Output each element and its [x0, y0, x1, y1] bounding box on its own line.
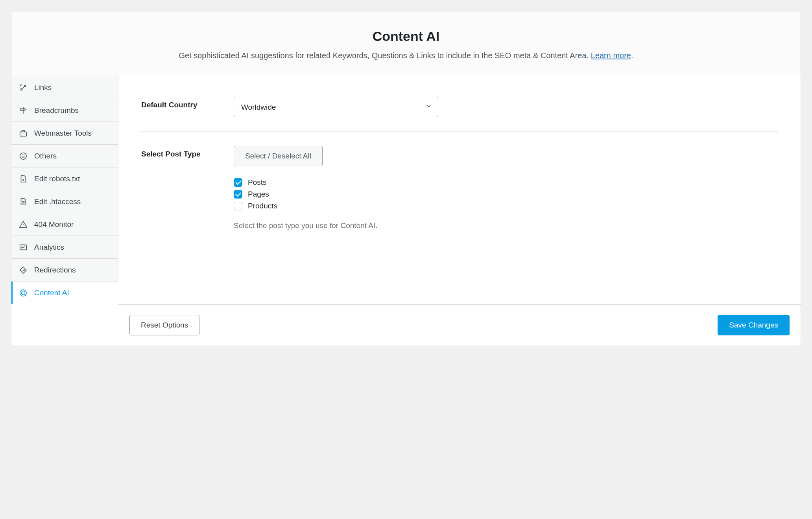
check-item-pages[interactable]: Pages [234, 190, 778, 199]
checkbox-label: Pages [248, 190, 269, 199]
checkbox-products[interactable] [234, 202, 242, 210]
page-description: Get sophisticated AI suggestions for rel… [27, 51, 785, 60]
sidebar-item-others[interactable]: Others [11, 145, 118, 167]
sidebar-item-webmaster-tools[interactable]: Webmaster Tools [11, 122, 118, 145]
warning-icon [18, 220, 28, 229]
checkbox-label: Products [248, 202, 277, 210]
svg-rect-2 [20, 132, 27, 136]
panel-footer: Reset Options Save Changes [118, 304, 801, 346]
sidebar-item-label: Breadcrumbs [34, 106, 79, 115]
chart-icon [18, 243, 28, 252]
checkbox-pages[interactable] [234, 190, 242, 199]
check-item-posts[interactable]: Posts [234, 178, 778, 187]
settings-sidebar: Links Breadcrumbs Webmaster Tools Others [11, 76, 118, 304]
sidebar-item-label: Webmaster Tools [34, 129, 92, 138]
learn-more-link[interactable]: Learn more [591, 51, 631, 60]
sidebar-item-label: Content AI [34, 289, 69, 297]
sidebar-item-404-monitor[interactable]: 404 Monitor [11, 213, 118, 236]
control-post-type: Select / Deselect All Posts Pages Pr [234, 146, 778, 230]
save-changes-button[interactable]: Save Changes [718, 315, 790, 335]
sidebar-item-analytics[interactable]: Analytics [11, 236, 118, 259]
signpost-icon [18, 106, 28, 115]
sidebar-item-breadcrumbs[interactable]: Breadcrumbs [11, 99, 118, 122]
settings-panel: Content AI Get sophisticated AI suggesti… [11, 11, 801, 346]
label-default-country: Default Country [141, 97, 234, 109]
main-content: Default Country Worldwide Select Post Ty… [118, 76, 801, 304]
svg-point-6 [20, 289, 27, 296]
sidebar-item-edit-htaccess[interactable]: Edit .htaccess [11, 190, 118, 213]
redirect-icon [18, 265, 28, 275]
period: . [631, 51, 633, 60]
sidebar-item-links[interactable]: Links [11, 76, 118, 99]
sidebar-item-label: Others [34, 152, 57, 160]
sidebar-item-edit-robots[interactable]: Edit robots.txt [11, 167, 118, 190]
file-robot-icon [18, 174, 28, 184]
row-default-country: Default Country Worldwide [141, 97, 778, 132]
briefcase-icon [18, 129, 28, 138]
panel-header: Content AI Get sophisticated AI suggesti… [11, 11, 801, 76]
target-icon [18, 288, 28, 298]
sidebar-item-label: Analytics [34, 243, 64, 252]
row-post-type: Select Post Type Select / Deselect All P… [141, 146, 778, 244]
sidebar-item-label: Edit robots.txt [34, 175, 80, 183]
post-type-checklist: Posts Pages Products [234, 178, 778, 210]
sidebar-item-content-ai[interactable]: Content AI [11, 282, 118, 304]
reset-options-button[interactable]: Reset Options [129, 315, 199, 335]
file-lines-icon [18, 197, 28, 206]
control-default-country: Worldwide [234, 97, 778, 117]
select-deselect-all-button[interactable]: Select / Deselect All [234, 146, 323, 166]
page-title: Content AI [27, 29, 785, 44]
post-type-help: Select the post type you use for Content… [234, 221, 778, 230]
sidebar-item-label: 404 Monitor [34, 220, 74, 229]
sidebar-item-label: Redirections [34, 266, 76, 274]
sidebar-item-redirections[interactable]: Redirections [11, 259, 118, 282]
sidebar-item-label: Links [34, 83, 52, 92]
country-select[interactable]: Worldwide [234, 97, 438, 117]
links-icon [18, 83, 28, 92]
sidebar-item-label: Edit .htaccess [34, 197, 81, 206]
list-circle-icon [18, 151, 28, 161]
label-post-type: Select Post Type [141, 146, 234, 158]
checkbox-posts[interactable] [234, 178, 242, 187]
svg-point-7 [21, 291, 25, 294]
country-select-wrap: Worldwide [234, 97, 438, 117]
description-text: Get sophisticated AI suggestions for rel… [179, 51, 591, 60]
checkbox-label: Posts [248, 178, 267, 187]
check-item-products[interactable]: Products [234, 202, 778, 210]
panel-body: Links Breadcrumbs Webmaster Tools Others [11, 76, 801, 304]
svg-point-4 [23, 179, 24, 180]
